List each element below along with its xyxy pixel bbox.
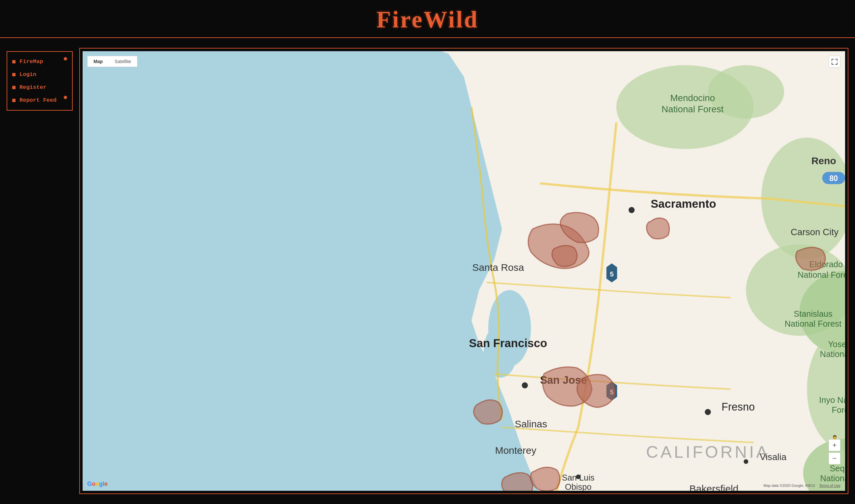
svg-text:Carson City: Carson City: [790, 227, 838, 237]
svg-text:Inyo National: Inyo National: [819, 395, 845, 404]
svg-text:National Forest: National Forest: [798, 270, 845, 280]
map-svg: 80 5 5 Mendocino National Forest Reno Ca…: [83, 51, 845, 491]
svg-text:Visalia: Visalia: [760, 452, 787, 462]
zoom-in-button[interactable]: +: [829, 439, 840, 451]
app-header: FireWild: [0, 0, 855, 38]
svg-text:Reno: Reno: [812, 155, 836, 166]
svg-point-21: [629, 207, 635, 213]
svg-text:Salinas: Salinas: [515, 418, 547, 429]
svg-text:Monterey: Monterey: [495, 445, 536, 456]
map-attribution: Map data ©2020 Google, INEGI Terms of Us…: [764, 484, 840, 487]
map-container: 80 5 5 Mendocino National Forest Reno Ca…: [79, 48, 849, 494]
svg-text:Sequoia: Sequoia: [830, 464, 845, 473]
svg-point-40: [744, 460, 748, 464]
svg-text:Sacramento: Sacramento: [651, 198, 716, 210]
firemap-notification-dot: [64, 57, 67, 60]
bullet-icon: [12, 73, 16, 76]
svg-point-31: [522, 382, 528, 388]
map-wrapper[interactable]: 80 5 5 Mendocino National Forest Reno Ca…: [83, 51, 845, 491]
bullet-icon: [12, 60, 16, 64]
svg-text:80: 80: [830, 174, 838, 183]
main-content: FireMap Login Register Report Feed: [0, 38, 855, 504]
map-view-button[interactable]: Map: [88, 56, 109, 67]
bullet-icon: [12, 99, 16, 102]
zoom-out-button[interactable]: −: [829, 452, 840, 464]
satellite-view-button[interactable]: Satellite: [109, 56, 137, 67]
sidebar-nav: FireMap Login Register Report Feed: [6, 51, 73, 111]
fullscreen-button[interactable]: [829, 56, 840, 68]
svg-text:Stanislaus: Stanislaus: [794, 309, 833, 318]
google-logo: Google: [87, 481, 108, 487]
svg-text:National Forest: National Forest: [662, 104, 724, 114]
svg-text:National Fo...: National Fo...: [820, 474, 845, 483]
terms-of-use-link[interactable]: Terms of Use: [819, 484, 840, 487]
svg-text:Mendocino: Mendocino: [670, 93, 715, 103]
svg-text:Fresno: Fresno: [722, 401, 755, 413]
report-feed-notification-dot: [64, 96, 67, 99]
svg-text:Forest: Forest: [832, 405, 845, 414]
svg-point-44: [576, 474, 581, 479]
map-controls-top-right: [829, 56, 840, 68]
bullet-icon: [12, 86, 16, 89]
svg-text:National Park: National Park: [820, 349, 845, 359]
svg-point-10: [484, 324, 517, 378]
sidebar-item-login[interactable]: Login: [12, 71, 67, 78]
svg-text:Obispo: Obispo: [565, 482, 591, 491]
svg-text:Bakersfield: Bakersfield: [690, 483, 738, 491]
app-title: FireWild: [376, 6, 478, 33]
svg-text:Yosemite: Yosemite: [828, 340, 845, 349]
sidebar-item-register[interactable]: Register: [12, 84, 67, 90]
svg-point-35: [705, 409, 711, 415]
svg-text:Santa Rosa: Santa Rosa: [472, 262, 524, 273]
svg-text:5: 5: [610, 270, 614, 278]
sidebar-item-report-feed[interactable]: Report Feed: [12, 97, 67, 103]
map-view-toggle: Map Satellite: [87, 56, 138, 67]
svg-text:CALIFORNIA: CALIFORNIA: [646, 443, 770, 462]
fullscreen-icon: [832, 59, 837, 65]
svg-text:San Francisco: San Francisco: [469, 337, 548, 349]
sidebar-item-firemap[interactable]: FireMap: [12, 58, 67, 65]
svg-text:National Forest: National Forest: [785, 319, 841, 328]
zoom-controls: + −: [829, 439, 840, 464]
